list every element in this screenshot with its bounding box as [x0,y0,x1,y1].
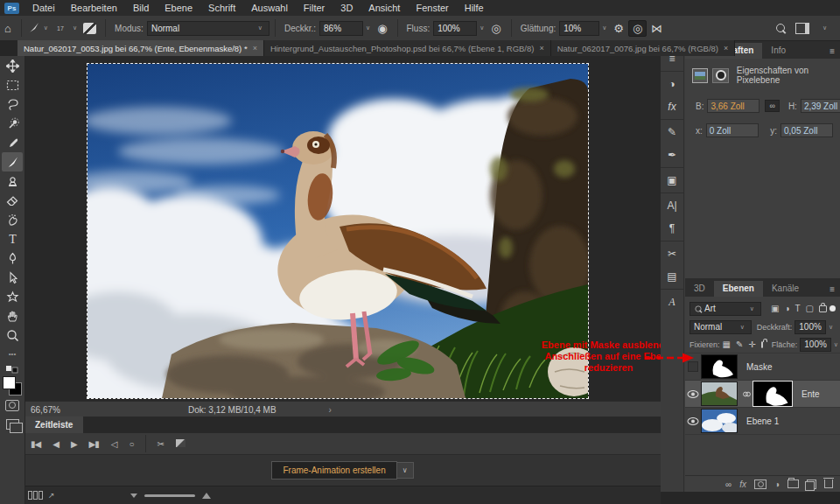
eraser-tool-icon[interactable] [2,191,23,210]
type-tool-icon[interactable]: T [2,229,23,248]
zoom-in-icon[interactable] [202,493,211,499]
custom-shape-tool-icon[interactable] [2,287,23,306]
styles-panel-icon[interactable]: fx [661,95,684,118]
tools-extra-panel-icon[interactable]: ✂ [661,242,684,265]
filter-shape-layers-icon[interactable]: ▢ [803,304,816,313]
next-frame-icon[interactable]: ▶▮ [83,439,105,449]
layer-row-ente[interactable]: Ente [685,381,840,408]
visibility-toggle[interactable] [685,390,701,398]
marquee-tool-icon[interactable] [2,75,23,94]
width-field[interactable]: 3,66 Zoll [707,99,760,113]
layer-mask-thumbnail[interactable] [701,354,738,379]
link-dimensions-icon[interactable]: ∞ [765,100,779,112]
pixel-layer-thumb-icon[interactable] [692,68,708,83]
brush-settings-panel-icon[interactable]: ✎ [661,121,684,144]
menu-auswahl[interactable]: Auswahl [243,0,296,16]
frames-view-icon[interactable] [28,491,43,500]
airbrush-icon[interactable]: ◎ [486,22,505,35]
airbrush-pressed-icon[interactable]: ◎ [628,20,647,37]
zoom-level[interactable]: 66,67% [24,405,92,415]
adjustment-layer-icon[interactable]: ◑ [774,480,780,489]
toggle-brush-panel-icon[interactable] [83,23,96,34]
pen-tool-icon[interactable] [2,248,23,268]
scissors-icon[interactable]: ✂ [151,439,170,449]
close-icon[interactable]: × [724,44,728,52]
panel-menu-icon[interactable]: ≡ [824,46,840,59]
layer-fill-field[interactable]: 100% [800,338,831,352]
delete-layer-icon[interactable] [824,480,833,488]
new-layer-icon[interactable] [807,480,816,489]
menu-3d[interactable]: 3D [332,0,360,16]
panel-menu-icon[interactable]: ≡ [824,284,840,297]
close-icon[interactable]: × [539,44,543,52]
default-colors-icon[interactable] [2,364,23,374]
shortcut-arrow-icon[interactable]: ↗ [48,491,55,500]
lock-paint-icon[interactable]: ✎ [733,340,746,349]
opacity-field[interactable]: 86% [319,21,363,36]
screen-mode-icon[interactable] [2,415,23,434]
mask-thumb-icon[interactable] [712,68,728,83]
menu-hilfe[interactable]: Hilfe [457,0,492,16]
transition-icon[interactable] [170,439,192,449]
layer-name[interactable]: Ente [802,389,820,399]
visibility-toggle[interactable] [685,417,701,425]
flow-field[interactable]: 100% [433,21,477,36]
hand-tool-icon[interactable] [2,306,23,326]
character-panel-icon[interactable]: A| [661,194,684,217]
path-selection-tool-icon[interactable] [2,268,23,287]
zoom-tool-icon[interactable] [2,326,23,345]
libraries-panel-icon[interactable]: ▤ [661,265,684,288]
opacity-chevron-icon[interactable]: ∨ [363,24,373,32]
smoothing-gear-icon[interactable]: ⚙ [609,22,628,35]
smoothing-field[interactable]: 10% [559,21,599,36]
pressure-opacity-icon[interactable]: ◉ [373,22,391,35]
clone-stamp-tool-icon[interactable] [2,172,23,191]
smoothing-chevron-icon[interactable]: ∨ [599,24,609,32]
brush-tool-icon[interactable] [2,152,23,172]
lock-transparency-icon[interactable]: ▦ [720,340,733,349]
loop-icon[interactable]: ○ [123,439,140,449]
tab-info[interactable]: Info [762,43,794,59]
timeline-zoom-slider[interactable] [130,493,211,499]
layer-row-maske[interactable]: Maske [685,353,840,381]
previous-frame-icon[interactable]: ◀ [46,439,65,449]
brushes-panel-icon[interactable]: ✒ [661,144,684,166]
layer-image-thumbnail[interactable] [701,382,738,406]
y-field[interactable]: 0,05 Zoll [780,123,833,137]
layer-filter-select[interactable]: Art ∨ [690,302,761,316]
flow-chevron-icon[interactable]: ∨ [477,24,486,32]
menu-bild[interactable]: Bild [125,0,157,16]
move-tool-icon[interactable] [2,56,23,75]
menu-filter[interactable]: Filter [296,0,332,16]
smudge-tool-icon[interactable] [2,210,23,229]
layer-name[interactable]: Maske [746,362,772,372]
document-tab-3[interactable]: Natur_062017_0076.jpg bei 66,7% (RGB/8) … [551,40,736,56]
layer-mask-thumbnail-selected[interactable] [752,381,793,407]
layer-row-ebene1[interactable]: Ebene 1 [685,408,840,435]
foreground-color-swatch[interactable] [3,376,16,389]
home-icon[interactable]: ⌂ [0,22,16,35]
zoom-out-icon[interactable] [130,494,137,498]
document-tab-2[interactable]: Hintergrund_Austauschen_Photoshop.psd be… [264,40,551,56]
mask-link-icon[interactable] [743,390,751,398]
filter-type-layers-icon[interactable]: T [792,304,802,313]
filter-pixel-layers-icon[interactable]: ▣ [768,304,781,313]
close-icon[interactable]: × [253,44,257,52]
glyphs-panel-icon[interactable]: A [661,290,684,313]
link-layers-icon[interactable]: ∞ [725,480,732,489]
layer-blend-mode-select[interactable]: Normal ∨ [690,320,752,334]
brush-size-chevron-icon[interactable]: ∨ [70,24,80,32]
clone-source-panel-icon[interactable]: ▣ [661,169,684,192]
create-frame-animation-button[interactable]: Frame-Animation erstellen [271,461,396,480]
blend-mode-select[interactable]: Normal ∨ [147,21,270,36]
tab-zeitleiste[interactable]: Zeitleiste [24,416,83,433]
tab-ebenen[interactable]: Ebenen [714,281,763,297]
audio-icon[interactable]: ◁ [105,439,123,449]
layer-name[interactable]: Ebene 1 [746,416,779,426]
workspace-switcher-icon[interactable] [795,23,809,34]
play-icon[interactable]: ▶ [65,439,83,449]
quick-mask-mode-icon[interactable] [2,396,23,415]
layer-fill-chevron-icon[interactable]: ∨ [831,341,840,348]
menu-schrift[interactable]: Schrift [200,0,243,16]
paint-symmetry-icon[interactable]: ⋈ [647,22,667,35]
